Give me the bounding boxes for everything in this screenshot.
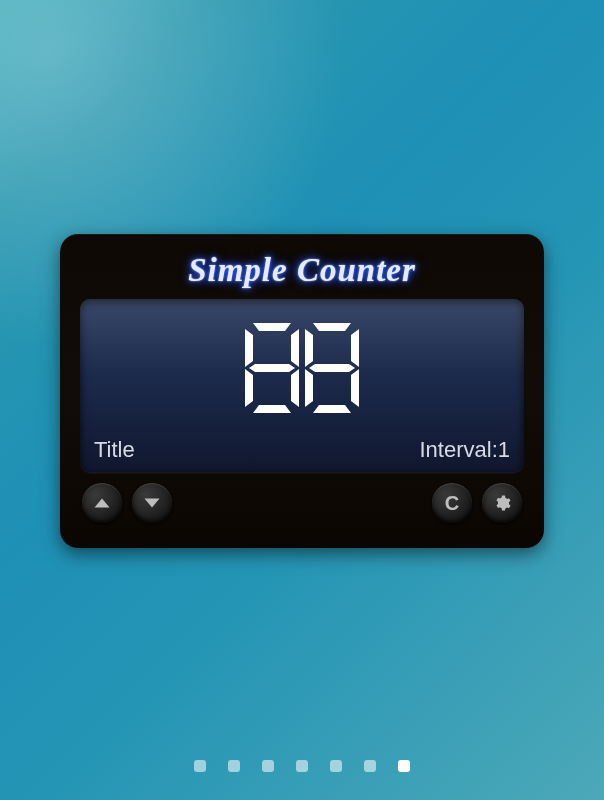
clear-button[interactable]: C [432, 483, 472, 523]
counter-digits [245, 323, 359, 413]
counter-widget: Simple Counter [60, 234, 544, 548]
digit-8-icon [245, 323, 299, 413]
counter-display[interactable]: Title Interval:1 [80, 299, 524, 473]
svg-marker-5 [291, 369, 299, 407]
svg-marker-14 [95, 499, 110, 508]
page-dot[interactable] [228, 760, 240, 772]
digit-8-icon [305, 323, 359, 413]
page-dot[interactable] [194, 760, 206, 772]
svg-marker-10 [309, 364, 355, 372]
page-dot[interactable] [262, 760, 274, 772]
interval-label: Interval:1 [420, 437, 511, 463]
decrement-button[interactable] [132, 483, 172, 523]
svg-marker-4 [245, 369, 253, 407]
settings-button[interactable] [482, 483, 522, 523]
svg-marker-9 [351, 329, 359, 367]
app-title: Simple Counter [80, 252, 524, 289]
right-button-group: C [432, 483, 522, 523]
counter-value-area [80, 299, 524, 437]
title-label: Title [94, 437, 135, 463]
pagination-dots [0, 760, 604, 772]
svg-marker-15 [145, 499, 160, 508]
page-dot[interactable] [364, 760, 376, 772]
left-button-group [82, 483, 172, 523]
svg-marker-13 [313, 405, 351, 413]
svg-marker-11 [305, 369, 313, 407]
page-dot[interactable] [330, 760, 342, 772]
page-dot[interactable] [296, 760, 308, 772]
svg-marker-8 [305, 329, 313, 367]
display-footer: Title Interval:1 [80, 437, 524, 473]
increment-button[interactable] [82, 483, 122, 523]
svg-marker-1 [245, 329, 253, 367]
gear-icon [493, 494, 511, 512]
svg-marker-2 [291, 329, 299, 367]
svg-marker-7 [313, 323, 351, 331]
chevron-down-icon [143, 494, 161, 512]
svg-marker-0 [253, 323, 291, 331]
svg-marker-6 [253, 405, 291, 413]
svg-marker-12 [351, 369, 359, 407]
page-dot-active[interactable] [398, 760, 410, 772]
controls-row: C [80, 483, 524, 523]
clear-icon: C [445, 493, 459, 513]
svg-marker-3 [249, 364, 295, 372]
chevron-up-icon [93, 494, 111, 512]
